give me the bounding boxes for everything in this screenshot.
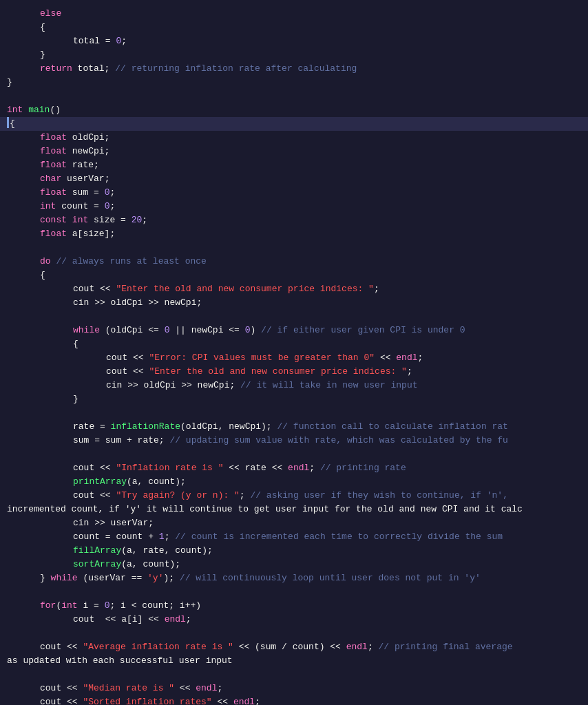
code-line: for(int i = 0; i < count; i++) bbox=[0, 599, 588, 613]
code-line: cout << "Median rate is " << endl; bbox=[0, 682, 588, 695]
code-line: { bbox=[0, 269, 588, 282]
code-line bbox=[0, 448, 588, 461]
code-line: float a[size]; bbox=[0, 227, 588, 241]
code-line: float sum = 0; bbox=[0, 186, 588, 200]
code-line: } bbox=[0, 48, 588, 62]
code-line: return total; // returning inflation rat… bbox=[0, 62, 588, 76]
code-line: do // always runs at least once bbox=[0, 255, 588, 269]
code-line bbox=[0, 627, 588, 640]
code-line: } while (userVar == 'y'); // will contin… bbox=[0, 571, 588, 585]
code-line-cursor: { bbox=[0, 117, 588, 131]
code-line: as updated with each successful user inp… bbox=[0, 654, 588, 668]
code-line: float rate; bbox=[0, 158, 588, 172]
code-line bbox=[0, 406, 588, 420]
code-line: char userVar; bbox=[0, 172, 588, 186]
code-line bbox=[0, 241, 588, 255]
code-line: int count = 0; bbox=[0, 200, 588, 213]
code-line: incremented count, if 'y' it will contin… bbox=[0, 503, 588, 516]
code-line bbox=[0, 310, 588, 324]
code-line: cin >> oldCpi >> newCpi; bbox=[0, 296, 588, 310]
code-line: float oldCpi; bbox=[0, 131, 588, 145]
code-line: cout << "Enter the old and new consumer … bbox=[0, 282, 588, 296]
code-line: sum = sum + rate; // updating sum value … bbox=[0, 434, 588, 448]
code-line: } bbox=[0, 392, 588, 406]
code-line: float newCpi; bbox=[0, 145, 588, 158]
code-line: { bbox=[0, 337, 588, 351]
code-line: int main() bbox=[0, 103, 588, 117]
code-line: cout << "Average inflation rate is " << … bbox=[0, 640, 588, 654]
code-line: else bbox=[0, 7, 588, 21]
code-line: cout << "Inflation rate is " << rate << … bbox=[0, 461, 588, 475]
code-line: sortArray(a, count); bbox=[0, 558, 588, 571]
code-line: const int size = 20; bbox=[0, 213, 588, 227]
code-line bbox=[0, 668, 588, 682]
code-line: cin >> userVar; bbox=[0, 516, 588, 530]
code-line: fillArray(a, rate, count); bbox=[0, 544, 588, 558]
code-line: { bbox=[0, 21, 588, 34]
code-line: count = count + 1; // count is increment… bbox=[0, 530, 588, 544]
code-line: cout << a[i] << endl; bbox=[0, 613, 588, 627]
code-line: printArray(a, count); bbox=[0, 475, 588, 489]
code-line: } bbox=[0, 76, 588, 90]
code-line: cin >> oldCpi >> newCpi; // it will take… bbox=[0, 379, 588, 392]
code-line bbox=[0, 585, 588, 599]
code-line: cout << "Error: CPI values must be great… bbox=[0, 351, 588, 365]
code-editor: else { total = 0; } return total; // ret… bbox=[0, 0, 588, 705]
code-line: rate = inflationRate(oldCpi, newCpi); //… bbox=[0, 420, 588, 434]
code-line: cout << "Try again? (y or n): "; // aski… bbox=[0, 489, 588, 503]
code-line: total = 0; bbox=[0, 34, 588, 48]
code-line: cout << "Enter the old and new consumer … bbox=[0, 365, 588, 379]
code-line: cout << "Sorted inflation rates" << endl… bbox=[0, 695, 588, 705]
code-line: while (oldCpi <= 0 || newCpi <= 0) // if… bbox=[0, 324, 588, 337]
code-line bbox=[0, 90, 588, 103]
